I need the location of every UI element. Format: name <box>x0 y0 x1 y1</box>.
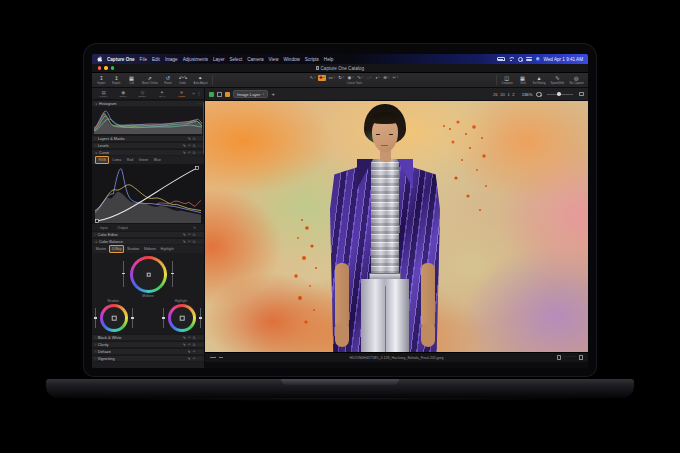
export-button[interactable]: ↥Export <box>111 75 122 85</box>
import-button[interactable]: ↧Import <box>96 75 107 85</box>
mask-visible-toggle-icon[interactable] <box>209 92 214 97</box>
copy-icon[interactable]: ⧉ <box>193 233 196 237</box>
spotlight-icon[interactable] <box>518 57 523 62</box>
reset-icon[interactable]: ↶ <box>188 336 191 340</box>
panel-header-clarity[interactable]: › Clarity ✎ ↶ ⧉ ⋯ <box>92 341 204 348</box>
cb-tab-highlight[interactable]: Highlight <box>159 246 176 251</box>
more-icon[interactable]: ⋯ <box>197 137 201 141</box>
more-icon[interactable]: ⋯ <box>197 233 201 237</box>
edit-icon[interactable]: ✎ <box>183 336 186 340</box>
reset-icon[interactable]: ↶ <box>188 240 191 244</box>
menu-image[interactable]: Image <box>165 57 178 62</box>
highlight-color-wheel[interactable] <box>168 304 196 332</box>
more-icon[interactable]: ⋯ <box>197 350 201 354</box>
auto-adjust-button[interactable]: ✦Auto Adjust <box>193 75 208 85</box>
zoom-slider[interactable] <box>547 94 573 95</box>
cursor-tool-pick[interactable]: ◉∨ <box>347 75 355 81</box>
panel-header-histogram[interactable]: ∨ Histogram ⋯ <box>92 100 204 107</box>
cursor-tool-cut[interactable]: ✂∨ <box>392 75 400 81</box>
copy-icon[interactable]: ⧉ <box>193 336 196 340</box>
midtone-color-wheel[interactable] <box>130 256 167 293</box>
thumbnail-view-icon[interactable] <box>557 355 561 359</box>
menu-clock[interactable]: Wed Apr 1 9:41 AM <box>544 57 584 62</box>
more-icon[interactable]: ⋯ <box>197 144 201 148</box>
tab-style[interactable]: ✦Style <box>152 90 171 98</box>
menu-layer[interactable]: Layer <box>213 57 225 62</box>
edit-icon[interactable]: ✎ <box>183 343 186 347</box>
cursor-tool-erase-mask[interactable]: ◌∨ <box>366 75 373 81</box>
copy-icon[interactable]: ⧉ <box>193 343 196 347</box>
copy-icon[interactable]: ⧉ <box>193 137 196 141</box>
shadow-saturation-slider[interactable] <box>132 308 133 328</box>
edit-icon[interactable]: ✎ <box>183 233 186 237</box>
share-online-button[interactable]: ⇗Share Online <box>141 75 159 85</box>
rating-button[interactable]: ▲Set Rating <box>532 75 546 85</box>
shadow-lightness-slider[interactable] <box>95 308 96 328</box>
panel-header-levels[interactable]: › Levels ✎ ↶ ⧉ ⋯ <box>92 142 204 149</box>
photo-area[interactable] <box>205 101 588 352</box>
highlight-lightness-slider[interactable] <box>163 308 164 328</box>
menu-file[interactable]: File <box>140 57 147 62</box>
edit-icon[interactable]: ✎ <box>183 151 186 155</box>
curve-canvas[interactable] <box>92 164 204 224</box>
panel-header-color-balance[interactable]: ∨ Color Balance ✎ ↶ ⧉ ⋯ <box>92 238 204 245</box>
reset-icon[interactable]: ↶ <box>192 350 195 354</box>
cb-tab-shadow[interactable]: Shadow <box>125 246 141 251</box>
battery-icon[interactable] <box>497 57 505 61</box>
cursor-tool-rotate[interactable]: ↻∨ <box>337 75 345 81</box>
tab-library[interactable]: ▤Library <box>94 90 113 98</box>
panel-header-vignetting[interactable]: › Vignetting ✎ ↶ ⋯ <box>92 355 204 362</box>
control-center-icon[interactable] <box>526 57 532 62</box>
cursor-tool-select[interactable]: ↖∨ <box>309 75 317 81</box>
reset-icon[interactable]: ↶ <box>188 233 191 237</box>
reset-button[interactable]: ↺Reset <box>163 75 174 85</box>
cb-tab-master[interactable]: Master <box>94 246 108 251</box>
cb-tab-midtone[interactable]: Midtone <box>142 246 158 251</box>
edit-icon[interactable]: ✎ <box>187 350 190 354</box>
copy-icon[interactable]: ⧉ <box>193 144 196 148</box>
midtone-lightness-slider[interactable] <box>123 261 124 287</box>
tab-shape[interactable]: ◇Shape <box>133 90 152 98</box>
menu-help[interactable]: Help <box>324 57 333 62</box>
fit-view-icon[interactable] <box>579 92 584 97</box>
more-icon[interactable]: ⋯ <box>197 240 201 244</box>
cursor-tool-pan[interactable]: ✚∨ <box>318 75 326 81</box>
wifi-icon[interactable] <box>508 57 514 62</box>
menu-adjustments[interactable]: Adjustments <box>183 57 208 62</box>
zoom-level[interactable]: 136% <box>522 92 533 97</box>
tab-overflow-icon[interactable]: ⋮ <box>196 91 202 96</box>
menu-window[interactable]: Window <box>283 57 299 62</box>
apple-icon[interactable] <box>97 56 102 62</box>
panel-header-curve[interactable]: ∨ Curve ✎ ↶ ⧉ ⋯ <box>92 149 204 156</box>
cb-tab-3way[interactable]: 3-Way <box>109 245 124 252</box>
edit-icon[interactable]: ✎ <box>183 240 186 244</box>
menu-select[interactable]: Select <box>229 57 242 62</box>
compare-button[interactable]: ◫Compare <box>501 75 513 85</box>
highlight-saturation-slider[interactable] <box>200 308 201 328</box>
grid-button[interactable]: ▦Grid <box>517 75 528 85</box>
copy-icon[interactable]: ⧉ <box>193 240 196 244</box>
cull-button[interactable]: ▦Cull <box>126 75 137 85</box>
curve-picker-icon[interactable]: ✎ <box>193 226 196 230</box>
siri-icon[interactable] <box>536 57 541 62</box>
more-icon[interactable]: ⋯ <box>197 102 201 106</box>
more-icon[interactable]: ⋯ <box>197 343 201 347</box>
layer-dropdown[interactable]: Image Layer ∨ <box>233 90 268 98</box>
cursor-tool-crop[interactable]: ▭∨ <box>328 75 336 81</box>
magnifier-icon[interactable] <box>536 92 541 97</box>
menu-camera[interactable]: Camera <box>247 57 263 62</box>
edit-icon[interactable]: ✎ <box>188 137 191 141</box>
menu-view[interactable]: View <box>269 57 279 62</box>
tab-adjust[interactable]: ≡Adjust <box>172 90 191 98</box>
reset-icon[interactable]: ↶ <box>192 357 195 361</box>
shadow-color-wheel[interactable] <box>100 304 128 332</box>
copy-icon[interactable]: ⧉ <box>193 151 196 155</box>
curve-tab-red[interactable]: Red <box>124 157 135 162</box>
tab-tether[interactable]: ◉Tether <box>113 90 132 98</box>
edit-icon[interactable]: ✎ <box>183 144 186 148</box>
reset-icon[interactable]: ↶ <box>188 151 191 155</box>
mask-outline-toggle-icon[interactable] <box>217 92 222 97</box>
expand-browser-icon[interactable] <box>579 355 583 359</box>
undo-button[interactable]: ↶↷Undo <box>178 75 189 85</box>
speed-edit-button[interactable]: ✎Speed Edit <box>550 75 565 85</box>
